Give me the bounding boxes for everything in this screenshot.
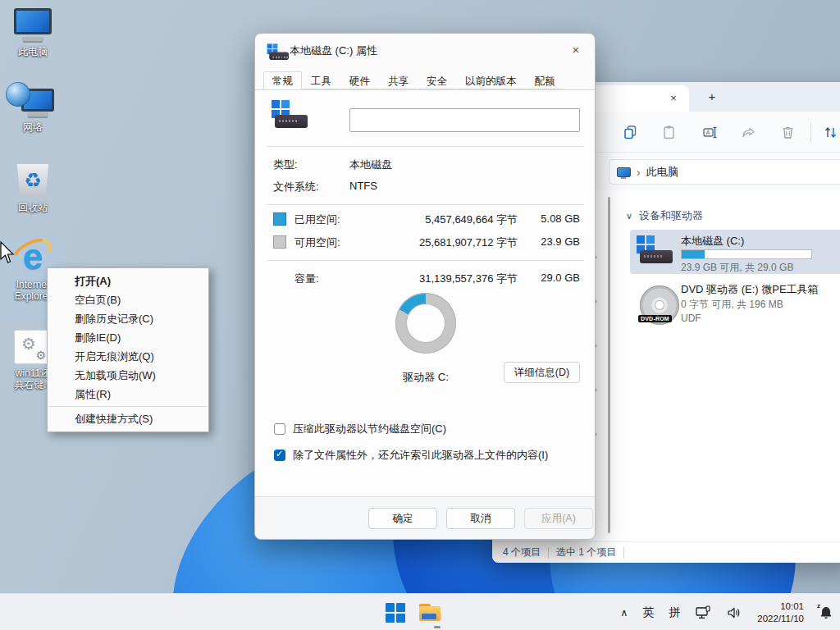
tab-hardware[interactable]: 硬件 — [340, 71, 379, 89]
chevron-down-icon: ∨ — [626, 211, 632, 221]
drive-info: 23.9 GB 可用, 共 29.0 GB — [681, 261, 793, 275]
drive-name: 本地磁盘 (C:) — [681, 234, 744, 249]
tab-tools[interactable]: 工具 — [302, 71, 340, 89]
index-checkbox[interactable] — [274, 450, 285, 461]
menu-item-no-addons[interactable]: 无加载项启动(W) — [48, 366, 208, 385]
notification-bell-icon[interactable]: z — [819, 605, 833, 620]
hidden-icons-chevron[interactable]: ∧ — [621, 607, 628, 619]
desktop-icon-recycle-bin[interactable]: ♻ 回收站 — [1, 162, 65, 214]
tab-security[interactable]: 安全 — [418, 71, 456, 89]
index-checkbox-row[interactable]: 除了文件属性外，还允许索引此驱动器上文件的内容(I) — [274, 448, 548, 463]
globe-icon — [6, 82, 30, 107]
group-header-devices[interactable]: ∨设备和驱动器 — [626, 208, 703, 223]
menu-item-delete-history[interactable]: 删除历史记录(C) — [48, 309, 208, 328]
dialog-footer: 确定 取消 应用(A) — [255, 496, 595, 539]
dialog-general-page: 类型: 本地磁盘 文件系统: NTFS 已用空间: 5,457,649,664 … — [255, 90, 595, 496]
breadcrumb[interactable]: 此电脑 — [646, 165, 678, 180]
filesystem-value: NTFS — [349, 180, 377, 192]
clock-date: 2022/11/10 — [757, 613, 804, 625]
menu-item-delete-ie[interactable]: 删除IE(D) — [48, 328, 208, 347]
capacity-bytes: 31,139,557,376 字节 — [378, 272, 518, 286]
index-checkbox-label: 除了文件属性外，还允许索引此驱动器上文件的内容(I) — [293, 448, 548, 463]
capacity-label: 容量: — [294, 272, 319, 286]
share-icon[interactable] — [741, 125, 756, 140]
menu-item-properties[interactable]: 属性(R) — [48, 385, 208, 404]
filesystem-label: 文件系统: — [273, 180, 319, 194]
menu-separator — [49, 406, 207, 407]
taskbar: ∧ 英 拼 10:01 2022/11/10 z — [0, 593, 840, 630]
menu-item-open[interactable]: 打开(A) — [48, 272, 208, 290]
drive-name: DVD 驱动器 (E:) 微PE工具箱 — [681, 282, 819, 297]
desktop-icon-network[interactable]: 网络 — [1, 82, 65, 134]
sort-icon[interactable] — [823, 125, 838, 140]
capacity-size: 29.0 GB — [523, 272, 580, 284]
used-space-swatch — [273, 212, 286, 226]
copy-icon[interactable] — [623, 125, 638, 140]
tab-general[interactable]: 常规 — [263, 71, 302, 90]
drive-item-c[interactable]: 本地磁盘 (C:) 23.9 GB 可用, 共 29.0 GB — [630, 230, 840, 274]
used-space-size: 5.08 GB — [523, 212, 580, 225]
mouse-cursor — [0, 241, 16, 266]
drive-info: 0 字节 可用, 共 196 MB — [681, 298, 783, 312]
dvd-icon: DVD-ROM — [637, 284, 674, 317]
menu-item-create-shortcut[interactable]: 创建快捷方式(S) — [48, 409, 208, 428]
taskbar-clock[interactable]: 10:01 2022/11/10 — [757, 600, 804, 625]
local-disk-icon — [267, 43, 283, 56]
clock-time: 10:01 — [757, 600, 804, 613]
free-space-size: 23.9 GB — [523, 235, 580, 248]
tab-sharing[interactable]: 共享 — [379, 71, 418, 89]
tab-previous-versions[interactable]: 以前的版本 — [456, 71, 526, 89]
desktop-icon-label: 网络 — [1, 122, 65, 134]
menu-item-blank-page[interactable]: 空白页(B) — [48, 290, 208, 309]
svg-text:A: A — [706, 129, 710, 136]
status-selected-count: 选中 1 个项目 — [556, 546, 616, 559]
cancel-button[interactable]: 取消 — [446, 508, 515, 529]
network-icon[interactable] — [695, 605, 711, 620]
drive-usage-bar — [681, 249, 812, 259]
compress-checkbox[interactable] — [274, 423, 285, 435]
close-icon[interactable]: × — [567, 41, 585, 59]
ok-button[interactable]: 确定 — [368, 508, 437, 529]
file-explorer-taskbar-icon[interactable] — [418, 602, 441, 623]
tab-close-icon[interactable]: × — [666, 91, 681, 106]
address-bar[interactable]: › 此电脑 — [609, 159, 840, 185]
compress-checkbox-label: 压缩此驱动器以节约磁盘空间(C) — [293, 422, 446, 436]
drive-item-e[interactable]: DVD-ROM DVD 驱动器 (E:) 微PE工具箱 0 字节 可用, 共 1… — [630, 281, 840, 330]
context-menu: 打开(A) 空白页(B) 删除历史记录(C) 删除IE(D) 开启无痕浏览(Q)… — [47, 267, 209, 432]
details-button[interactable]: 详细信息(D) — [504, 362, 580, 383]
desktop-icon-label: 回收站 — [1, 203, 65, 214]
volume-icon[interactable] — [726, 605, 742, 620]
paste-icon[interactable] — [661, 125, 677, 140]
local-disk-icon — [272, 100, 309, 133]
delete-icon[interactable] — [780, 125, 796, 140]
explorer-status-bar: 4 个项目 选中 1 个项目 — [492, 541, 840, 563]
menu-item-inprivate[interactable]: 开启无痕浏览(Q) — [48, 347, 208, 366]
start-button[interactable] — [386, 603, 405, 623]
status-item-count: 4 个项目 — [503, 546, 541, 559]
toolbar-divider — [810, 122, 811, 142]
dialog-title: 本地磁盘 (C:) 属性 — [290, 43, 377, 58]
running-app-indicator — [434, 626, 441, 628]
nav-scrollbar[interactable] — [608, 197, 610, 533]
gear-icon: ⚙ — [21, 334, 36, 354]
free-space-bytes: 25,681,907,712 字节 — [378, 235, 518, 250]
free-space-label: 可用空间: — [294, 235, 340, 250]
used-space-bytes: 5,457,649,664 字节 — [378, 212, 518, 227]
disk-usage-donut-chart — [395, 293, 456, 354]
dialog-title-bar: 本地磁盘 (C:) 属性 × — [255, 34, 595, 66]
tab-quota[interactable]: 配额 — [526, 71, 564, 89]
compress-checkbox-row[interactable]: 压缩此驱动器以节约磁盘空间(C) — [274, 422, 446, 436]
chevron-right-icon: › — [637, 166, 641, 179]
dvd-rom-badge: DVD-ROM — [638, 315, 672, 322]
type-value: 本地磁盘 — [349, 158, 392, 172]
new-tab-button[interactable]: + — [704, 89, 720, 105]
type-label: 类型: — [273, 158, 298, 172]
rename-icon[interactable]: A — [702, 125, 718, 140]
volume-label-input[interactable] — [349, 108, 580, 132]
desktop-icon-this-pc[interactable]: 此电脑 — [1, 7, 65, 58]
drive-caption: 驱动器 C: — [344, 370, 508, 385]
recycle-bin-icon: ♻ — [16, 164, 50, 197]
used-space-label: 已用空间: — [294, 212, 340, 227]
ime-mode-indicator[interactable]: 拼 — [669, 605, 680, 620]
ime-language-indicator[interactable]: 英 — [642, 605, 654, 620]
